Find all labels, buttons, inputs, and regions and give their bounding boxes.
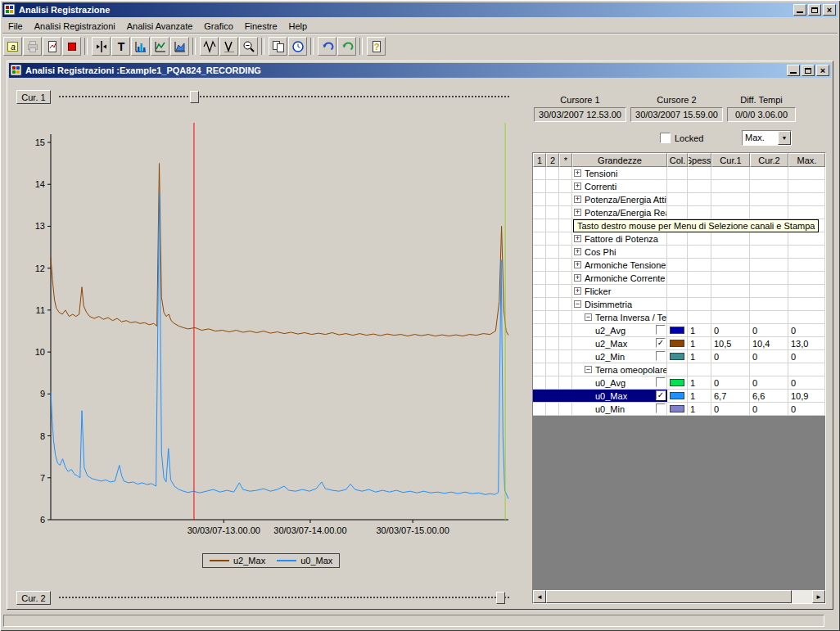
- cell-grandezze[interactable]: +Armoniche Tensione: [572, 259, 667, 271]
- clock-button[interactable]: [288, 37, 307, 56]
- close-button[interactable]: ×: [823, 4, 836, 16]
- cursor-1-track[interactable]: [59, 96, 509, 97]
- column-header-col[interactable]: Col.: [667, 153, 688, 167]
- menu-item-help[interactable]: Help: [283, 20, 314, 33]
- expand-icon[interactable]: +: [574, 274, 581, 282]
- collapse-icon[interactable]: −: [574, 300, 581, 308]
- cell-col[interactable]: [667, 246, 688, 258]
- table-row-u2-avg[interactable]: u2_Avg1000: [533, 324, 825, 337]
- cell-col[interactable]: [667, 272, 688, 284]
- channel-checkbox[interactable]: [656, 325, 666, 335]
- label-button[interactable]: a: [3, 37, 22, 56]
- cell-grandezze[interactable]: u0_Max✓: [572, 390, 667, 402]
- table-row-u0-max[interactable]: u0_Max✓16,76,610,9: [533, 390, 825, 403]
- cell-grandezze[interactable]: +Tensioni: [572, 167, 667, 179]
- chevron-down-icon[interactable]: ▼: [778, 131, 791, 145]
- text-button[interactable]: T: [111, 37, 130, 56]
- channel-checkbox[interactable]: [656, 403, 666, 413]
- cell-col[interactable]: [667, 298, 688, 310]
- cursor-1-slider-thumb[interactable]: [190, 91, 199, 103]
- undo-button[interactable]: [318, 37, 336, 56]
- menu-item-finestre[interactable]: Finestre: [239, 20, 283, 33]
- cell-grandezze[interactable]: u2_Min: [572, 350, 667, 363]
- table-row-u0-min[interactable]: u0_Min1000: [533, 403, 825, 416]
- column-header-[interactable]: *: [559, 153, 572, 167]
- column-header-grandezze[interactable]: Grandezze: [572, 153, 667, 167]
- cursor-button[interactable]: [92, 37, 111, 56]
- expand-icon[interactable]: +: [574, 196, 581, 203]
- expand-icon[interactable]: +: [574, 209, 581, 216]
- menu-item-grafico[interactable]: Grafico: [198, 20, 238, 33]
- column-header-cur-1[interactable]: Cur.1: [711, 153, 750, 167]
- child-minimize-button[interactable]: [787, 65, 800, 76]
- redo-button[interactable]: [337, 37, 356, 56]
- record-button[interactable]: [62, 37, 81, 56]
- menu-item-analisi-avanzate[interactable]: Analisi Avanzate: [121, 20, 199, 33]
- color-swatch[interactable]: [670, 327, 684, 334]
- cursor-2-track[interactable]: [59, 597, 509, 598]
- maximize-button[interactable]: [808, 4, 821, 16]
- expand-icon[interactable]: +: [574, 261, 581, 268]
- cell-col[interactable]: [667, 285, 688, 297]
- color-swatch[interactable]: [670, 405, 684, 412]
- color-swatch[interactable]: [670, 392, 684, 399]
- menu-item-file[interactable]: File: [2, 20, 29, 33]
- minimize-button[interactable]: [793, 4, 806, 16]
- cell-col[interactable]: [667, 390, 688, 402]
- table-row-terna-inversa-terna-diretta[interactable]: −Terna Inversa / Terna diretta: [533, 311, 825, 324]
- cell-col[interactable]: [667, 180, 688, 192]
- channel-checkbox[interactable]: [656, 351, 666, 361]
- zoom-out-button[interactable]: [239, 37, 258, 56]
- table-row-armoniche-tensione[interactable]: +Armoniche Tensione: [533, 259, 825, 272]
- cell-grandezze[interactable]: −Terna omeopolare / Terna diretta: [572, 363, 667, 376]
- channel-checkbox[interactable]: ✓: [656, 338, 666, 348]
- table-row-tensioni[interactable]: +Tensioni: [533, 167, 825, 180]
- table-row-fattore-di-potenza[interactable]: +Fattore di Potenza: [533, 232, 825, 246]
- table-row-flicker[interactable]: +Flicker: [533, 285, 825, 298]
- scrollbar-track[interactable]: [792, 590, 812, 603]
- cell-grandezze[interactable]: +Potenza/Energia Reattiva: [572, 206, 667, 219]
- child-maximize-button[interactable]: [802, 65, 815, 76]
- scrollbar-thumb[interactable]: [546, 590, 792, 603]
- cell-col[interactable]: [667, 324, 688, 336]
- table-row-potenza-energia-attiva[interactable]: +Potenza/Energia Attiva: [533, 193, 825, 206]
- scroll-right-button[interactable]: ►: [812, 590, 825, 603]
- cell-col[interactable]: [667, 206, 688, 219]
- column-header-spess[interactable]: Spess.: [688, 153, 711, 167]
- expand-icon[interactable]: +: [574, 287, 581, 295]
- cursor-2-slider-thumb[interactable]: [496, 592, 505, 604]
- mode-dropdown[interactable]: Max. ▼: [742, 130, 792, 146]
- locked-checkbox[interactable]: [660, 133, 671, 143]
- child-close-button[interactable]: ×: [816, 65, 829, 76]
- report-button[interactable]: [43, 37, 61, 56]
- cell-col[interactable]: [667, 403, 688, 415]
- vector-button[interactable]: [219, 37, 238, 56]
- expand-icon[interactable]: +: [574, 248, 581, 255]
- table-row-u2-min[interactable]: u2_Min1000: [533, 350, 825, 363]
- table-row-disimmetria[interactable]: −Disimmetria: [533, 298, 825, 311]
- table-row-cos-phi[interactable]: +Cos Phi: [533, 246, 825, 259]
- cell-grandezze[interactable]: +Armoniche Corrente: [572, 272, 667, 284]
- cell-grandezze[interactable]: u0_Avg: [572, 376, 667, 389]
- area-chart-button[interactable]: [170, 37, 189, 56]
- horizontal-scrollbar[interactable]: ◄ ►: [533, 590, 825, 603]
- cell-grandezze[interactable]: +Correnti: [572, 180, 667, 192]
- column-header-cur-2[interactable]: Cur.2: [750, 153, 788, 167]
- column-header-1[interactable]: 1: [533, 153, 546, 167]
- help-button[interactable]: ?: [367, 37, 386, 56]
- cell-col[interactable]: [667, 311, 688, 323]
- cell-col[interactable]: [667, 259, 688, 271]
- table-row-u2-max[interactable]: u2_Max✓110,510,413,0: [533, 337, 825, 350]
- line-chart-button[interactable]: [151, 37, 169, 56]
- waveform-button[interactable]: [200, 37, 219, 56]
- cell-grandezze[interactable]: −Disimmetria: [572, 298, 667, 310]
- scroll-left-button[interactable]: ◄: [533, 590, 546, 603]
- table-row-terna-omeopolare-terna-diretta[interactable]: −Terna omeopolare / Terna diretta: [533, 363, 825, 376]
- column-header-2[interactable]: 2: [546, 153, 559, 167]
- column-header-max[interactable]: Max.: [788, 153, 825, 167]
- print-button[interactable]: [23, 37, 42, 56]
- cell-grandezze[interactable]: +Cos Phi: [572, 246, 667, 258]
- cell-col[interactable]: [667, 232, 688, 245]
- chart[interactable]: 151413121110987630/03/07-13.00.0030/03/0…: [12, 115, 520, 540]
- table-row-armoniche-corrente[interactable]: +Armoniche Corrente: [533, 272, 825, 285]
